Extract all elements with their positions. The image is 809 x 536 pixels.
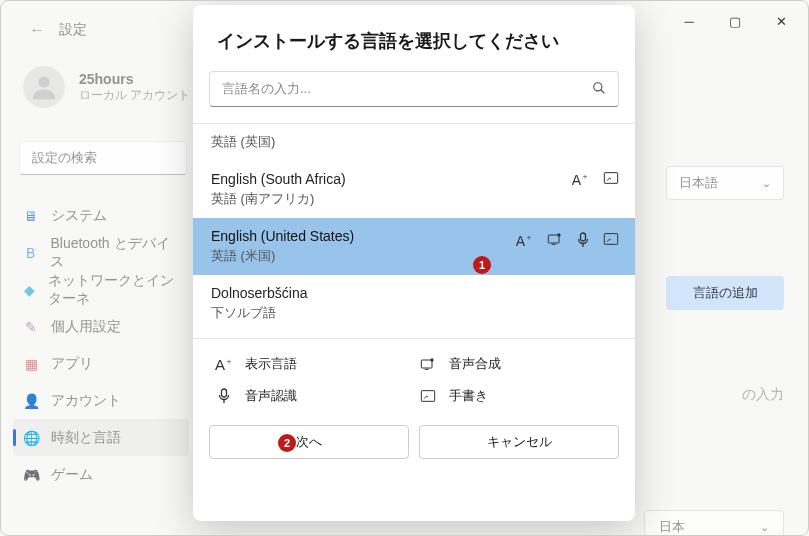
pen-icon bbox=[603, 171, 619, 188]
cancel-button[interactable]: キャンセル bbox=[419, 425, 619, 459]
mic-icon bbox=[215, 388, 233, 404]
A-icon: A＋ bbox=[572, 171, 589, 188]
display-language-icon: A＋ bbox=[215, 356, 233, 373]
sidebar-item[interactable]: ◆ネットワークとインターネ bbox=[13, 271, 189, 308]
back-icon[interactable]: ← bbox=[29, 21, 45, 39]
pen-icon bbox=[603, 232, 619, 251]
sidebar-item-label: アカウント bbox=[51, 392, 121, 410]
sidebar-item-label: ゲーム bbox=[51, 466, 93, 484]
tts-icon bbox=[419, 357, 437, 371]
sidebar-item-label: 時刻と言語 bbox=[51, 429, 121, 447]
display-language-select[interactable]: 日本語 ⌄ bbox=[666, 166, 784, 200]
svg-rect-15 bbox=[421, 391, 434, 402]
svg-rect-4 bbox=[548, 235, 559, 243]
handwriting-icon bbox=[419, 389, 437, 403]
legend-stt: 音声認識 bbox=[215, 387, 409, 405]
dialog-title: インストールする言語を選択してください bbox=[217, 29, 611, 53]
close-button[interactable]: ✕ bbox=[758, 5, 804, 37]
language-option[interactable]: 英語 (英国) bbox=[193, 124, 635, 161]
sidebar-item[interactable]: 🌐時刻と言語 bbox=[13, 419, 189, 456]
page-title: 設定 bbox=[59, 21, 87, 39]
nav-icon: 🎮 bbox=[23, 467, 39, 483]
partial-text: の入力 bbox=[742, 386, 784, 404]
nav-icon: ✎ bbox=[23, 319, 39, 335]
svg-line-2 bbox=[601, 89, 605, 93]
A-icon: A＋ bbox=[516, 232, 533, 251]
language-local-name: 英語 (南アフリカ) bbox=[211, 190, 617, 208]
minimize-button[interactable]: ─ bbox=[666, 5, 712, 37]
profile-subtitle: ローカル アカウント bbox=[79, 87, 190, 104]
svg-rect-13 bbox=[222, 389, 227, 397]
tts-icon bbox=[547, 232, 563, 251]
language-native-name: English (South Africa) bbox=[211, 171, 617, 187]
maximize-button[interactable]: ▢ bbox=[712, 5, 758, 37]
language-option[interactable]: English (United States)英語 (米国)A＋1 bbox=[193, 218, 635, 275]
nav-icon: B bbox=[23, 245, 38, 261]
sidebar-item[interactable]: ▦アプリ bbox=[13, 345, 189, 382]
mic-icon bbox=[577, 232, 589, 251]
avatar bbox=[23, 66, 65, 108]
legend-display-language: A＋ 表示言語 bbox=[215, 355, 409, 373]
svg-point-0 bbox=[38, 76, 49, 87]
profile-name: 25hours bbox=[79, 71, 190, 87]
language-option[interactable]: English (South Africa)英語 (南アフリカ)A＋ bbox=[193, 161, 635, 218]
svg-rect-7 bbox=[581, 233, 586, 241]
language-native-name: Dolnoserbšćina bbox=[211, 285, 617, 301]
legend-handwriting: 手書き bbox=[419, 387, 613, 405]
sidebar-item[interactable]: 🖥システム bbox=[13, 197, 189, 234]
nav-icon: 👤 bbox=[23, 393, 39, 409]
settings-search-input[interactable]: 設定の検索 bbox=[19, 141, 187, 175]
sidebar-item-label: 個人用設定 bbox=[51, 318, 121, 336]
nav-icon: 🌐 bbox=[23, 430, 39, 446]
sidebar-item-label: Bluetooth とデバイス bbox=[50, 235, 179, 271]
sidebar-item[interactable]: ✎個人用設定 bbox=[13, 308, 189, 345]
country-select[interactable]: 日本 ⌄ bbox=[644, 510, 784, 536]
language-local-name: 英語 (英国) bbox=[211, 133, 617, 151]
svg-point-6 bbox=[557, 233, 560, 236]
nav-icon: ▦ bbox=[23, 356, 39, 372]
svg-point-1 bbox=[594, 82, 602, 90]
annotation-badge-2: 2 bbox=[278, 434, 296, 452]
svg-rect-10 bbox=[421, 360, 432, 368]
next-button[interactable]: 2 次へ bbox=[209, 425, 409, 459]
sidebar-item[interactable]: 👤アカウント bbox=[13, 382, 189, 419]
sidebar-item[interactable]: 🎮ゲーム bbox=[13, 456, 189, 493]
nav-icon: 🖥 bbox=[23, 208, 39, 224]
add-language-button[interactable]: 言語の追加 bbox=[666, 276, 784, 310]
chevron-down-icon: ⌄ bbox=[762, 177, 771, 190]
sidebar-item-label: システム bbox=[51, 207, 107, 225]
svg-rect-9 bbox=[604, 234, 617, 245]
language-option[interactable]: Dolnoserbšćina下ソルブ語 bbox=[193, 275, 635, 332]
nav-icon: ◆ bbox=[23, 282, 36, 298]
sidebar-item-label: ネットワークとインターネ bbox=[48, 272, 179, 308]
search-icon bbox=[592, 81, 606, 98]
language-local-name: 下ソルブ語 bbox=[211, 304, 617, 322]
install-language-dialog: インストールする言語を選択してください 言語名の入力... 英語 (英国)Eng… bbox=[193, 5, 635, 521]
svg-rect-3 bbox=[604, 173, 617, 184]
sidebar-item-label: アプリ bbox=[51, 355, 93, 373]
svg-point-12 bbox=[430, 358, 433, 361]
annotation-badge-1: 1 bbox=[473, 256, 491, 274]
chevron-down-icon: ⌄ bbox=[760, 521, 769, 534]
sidebar-item[interactable]: BBluetooth とデバイス bbox=[13, 234, 189, 271]
legend-tts: 音声合成 bbox=[419, 355, 613, 373]
language-search-input[interactable]: 言語名の入力... bbox=[209, 71, 619, 107]
